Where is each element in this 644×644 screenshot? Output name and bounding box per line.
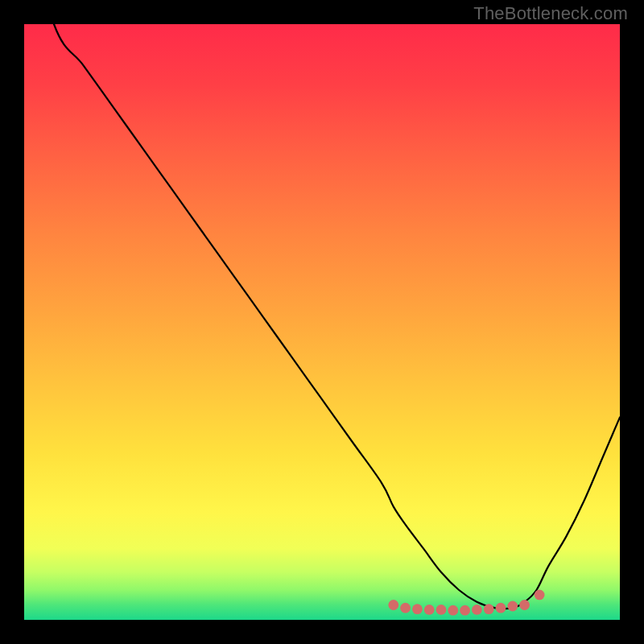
optimal-marker xyxy=(388,600,398,610)
chart-svg xyxy=(0,0,644,644)
optimal-marker xyxy=(424,605,435,615)
optimal-marker xyxy=(448,605,458,616)
optimal-marker xyxy=(484,604,494,614)
plot-background xyxy=(24,24,620,620)
optimal-marker xyxy=(460,605,470,616)
optimal-marker xyxy=(535,590,545,601)
optimal-marker xyxy=(412,604,423,614)
optimal-marker xyxy=(507,601,518,612)
optimal-marker xyxy=(436,605,447,615)
optimal-marker xyxy=(472,605,482,615)
watermark-text: TheBottleneck.com xyxy=(473,3,628,24)
chart-container: TheBottleneck.com xyxy=(0,0,644,644)
optimal-marker xyxy=(519,600,530,610)
optimal-marker xyxy=(400,603,411,613)
optimal-marker xyxy=(496,603,506,613)
